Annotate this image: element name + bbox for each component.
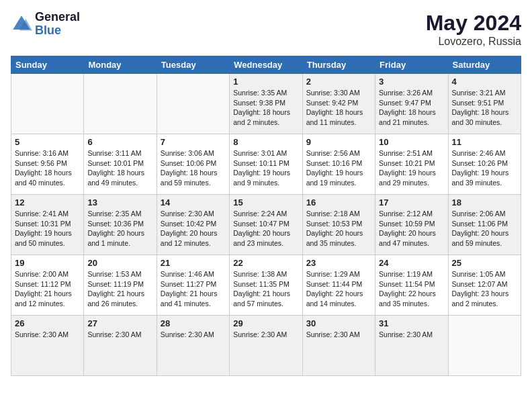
calendar-day-cell: 7Sunrise: 3:06 AM Sunset: 10:06 PM Dayli…	[157, 134, 229, 195]
day-of-week-header: Thursday	[302, 56, 375, 74]
day-info: Sunrise: 3:26 AM Sunset: 9:47 PM Dayligh…	[379, 88, 444, 128]
day-number: 16	[306, 197, 371, 208]
calendar-day-cell: 17Sunrise: 2:12 AM Sunset: 10:59 PM Dayl…	[375, 195, 448, 255]
day-info: Sunrise: 2:35 AM Sunset: 10:36 PM Daylig…	[87, 209, 152, 248]
day-info: Sunrise: 2:30 AM	[306, 330, 371, 340]
day-info: Sunrise: 1:05 AM Sunset: 12:07 AM Daylig…	[452, 269, 517, 309]
day-info: Sunrise: 2:30 AM	[15, 330, 80, 340]
day-info: Sunrise: 3:06 AM Sunset: 10:06 PM Daylig…	[161, 148, 226, 188]
calendar-day-cell: 12Sunrise: 2:41 AM Sunset: 10:31 PM Dayl…	[11, 195, 84, 255]
calendar-day-cell: 23Sunrise: 1:29 AM Sunset: 11:44 PM Dayl…	[302, 255, 375, 316]
calendar-day-cell: 2Sunrise: 3:30 AM Sunset: 9:42 PM Daylig…	[302, 74, 375, 134]
day-number: 9	[306, 137, 371, 147]
calendar-day-cell: 29Sunrise: 2:30 AM	[230, 316, 302, 376]
calendar-day-cell	[11, 74, 84, 134]
logo-text: General Blue	[35, 11, 80, 38]
calendar-day-cell: 24Sunrise: 1:19 AM Sunset: 11:54 PM Dayl…	[375, 255, 448, 316]
day-number: 4	[452, 77, 517, 87]
day-info: Sunrise: 2:06 AM Sunset: 11:06 PM Daylig…	[452, 209, 517, 248]
day-number: 22	[233, 258, 298, 268]
calendar-week-row: 19Sunrise: 2:00 AM Sunset: 11:12 PM Dayl…	[11, 255, 521, 316]
day-number: 10	[379, 137, 444, 147]
day-number: 21	[161, 258, 226, 268]
day-info: Sunrise: 3:11 AM Sunset: 10:01 PM Daylig…	[87, 148, 152, 188]
day-info: Sunrise: 3:30 AM Sunset: 9:42 PM Dayligh…	[306, 88, 371, 128]
calendar-day-cell: 14Sunrise: 2:30 AM Sunset: 10:42 PM Dayl…	[157, 195, 229, 255]
day-number: 18	[452, 197, 517, 208]
day-info: Sunrise: 2:41 AM Sunset: 10:31 PM Daylig…	[15, 209, 80, 248]
calendar-day-cell: 15Sunrise: 2:24 AM Sunset: 10:47 PM Dayl…	[230, 195, 302, 255]
day-number: 17	[379, 197, 444, 208]
calendar-header-row: SundayMondayTuesdayWednesdayThursdayFrid…	[11, 56, 521, 74]
day-info: Sunrise: 3:01 AM Sunset: 10:11 PM Daylig…	[233, 148, 298, 188]
day-number: 8	[233, 137, 298, 147]
day-number: 29	[233, 318, 298, 328]
day-number: 30	[306, 318, 371, 328]
day-info: Sunrise: 2:12 AM Sunset: 10:59 PM Daylig…	[379, 209, 444, 248]
day-info: Sunrise: 2:30 AM	[161, 330, 226, 340]
calendar-day-cell	[157, 74, 229, 134]
logo-blue: Blue	[35, 24, 80, 38]
day-number: 20	[87, 258, 152, 268]
day-of-week-header: Wednesday	[230, 56, 302, 74]
day-number: 25	[452, 258, 517, 268]
day-number: 11	[452, 137, 517, 147]
calendar-day-cell: 10Sunrise: 2:51 AM Sunset: 10:21 PM Dayl…	[375, 134, 448, 195]
calendar-day-cell: 9Sunrise: 2:56 AM Sunset: 10:16 PM Dayli…	[302, 134, 375, 195]
day-number: 1	[233, 77, 298, 87]
day-info: Sunrise: 2:30 AM Sunset: 10:42 PM Daylig…	[161, 209, 226, 248]
day-number: 26	[15, 318, 80, 328]
day-number: 3	[379, 77, 444, 87]
day-info: Sunrise: 2:51 AM Sunset: 10:21 PM Daylig…	[379, 148, 444, 188]
calendar-day-cell	[448, 316, 521, 376]
day-number: 23	[306, 258, 371, 268]
calendar-day-cell: 20Sunrise: 1:53 AM Sunset: 11:19 PM Dayl…	[84, 255, 157, 316]
calendar-day-cell: 11Sunrise: 2:46 AM Sunset: 10:26 PM Dayl…	[448, 134, 521, 195]
calendar-week-row: 1Sunrise: 3:35 AM Sunset: 9:38 PM Daylig…	[11, 74, 521, 134]
calendar-day-cell: 31Sunrise: 2:30 AM	[375, 316, 448, 376]
calendar-day-cell: 21Sunrise: 1:46 AM Sunset: 11:27 PM Dayl…	[157, 255, 229, 316]
calendar-day-cell: 22Sunrise: 1:38 AM Sunset: 11:35 PM Dayl…	[230, 255, 302, 316]
day-info: Sunrise: 2:46 AM Sunset: 10:26 PM Daylig…	[452, 148, 517, 188]
day-info: Sunrise: 1:46 AM Sunset: 11:27 PM Daylig…	[161, 269, 226, 309]
calendar-day-cell: 28Sunrise: 2:30 AM	[157, 316, 229, 376]
day-number: 15	[233, 197, 298, 208]
page-header: General Blue May 2024 Lovozero, Russia	[11, 11, 521, 48]
day-number: 28	[161, 318, 226, 328]
calendar-week-row: 26Sunrise: 2:30 AM27Sunrise: 2:30 AM28Su…	[11, 316, 521, 376]
logo-general: General	[35, 11, 80, 24]
day-info: Sunrise: 3:35 AM Sunset: 9:38 PM Dayligh…	[233, 88, 298, 128]
day-of-week-header: Friday	[375, 56, 448, 74]
day-number: 14	[161, 197, 226, 208]
day-info: Sunrise: 2:00 AM Sunset: 11:12 PM Daylig…	[15, 269, 80, 309]
calendar-day-cell: 6Sunrise: 3:11 AM Sunset: 10:01 PM Dayli…	[84, 134, 157, 195]
day-info: Sunrise: 2:18 AM Sunset: 10:53 PM Daylig…	[306, 209, 371, 248]
day-info: Sunrise: 1:19 AM Sunset: 11:54 PM Daylig…	[379, 269, 444, 309]
day-number: 7	[161, 137, 226, 147]
day-number: 5	[15, 137, 80, 147]
title-section: May 2024 Lovozero, Russia	[426, 11, 521, 48]
day-info: Sunrise: 3:16 AM Sunset: 9:56 PM Dayligh…	[15, 148, 80, 188]
month-year: May 2024	[426, 11, 521, 36]
calendar-day-cell: 1Sunrise: 3:35 AM Sunset: 9:38 PM Daylig…	[230, 74, 302, 134]
calendar-week-row: 5Sunrise: 3:16 AM Sunset: 9:56 PM Daylig…	[11, 134, 521, 195]
calendar-day-cell: 25Sunrise: 1:05 AM Sunset: 12:07 AM Dayl…	[448, 255, 521, 316]
day-info: Sunrise: 1:53 AM Sunset: 11:19 PM Daylig…	[87, 269, 152, 309]
day-info: Sunrise: 2:30 AM	[379, 330, 444, 340]
calendar-day-cell: 27Sunrise: 2:30 AM	[84, 316, 157, 376]
day-of-week-header: Tuesday	[157, 56, 229, 74]
day-number: 6	[87, 137, 152, 147]
day-of-week-header: Sunday	[11, 56, 84, 74]
day-info: Sunrise: 1:29 AM Sunset: 11:44 PM Daylig…	[306, 269, 371, 309]
calendar-day-cell: 4Sunrise: 3:21 AM Sunset: 9:51 PM Daylig…	[448, 74, 521, 134]
calendar-day-cell: 3Sunrise: 3:26 AM Sunset: 9:47 PM Daylig…	[375, 74, 448, 134]
calendar-day-cell: 26Sunrise: 2:30 AM	[11, 316, 84, 376]
calendar-day-cell: 5Sunrise: 3:16 AM Sunset: 9:56 PM Daylig…	[11, 134, 84, 195]
day-number: 24	[379, 258, 444, 268]
day-number: 19	[15, 258, 80, 268]
calendar-day-cell: 19Sunrise: 2:00 AM Sunset: 11:12 PM Dayl…	[11, 255, 84, 316]
day-number: 12	[15, 197, 80, 208]
day-of-week-header: Saturday	[448, 56, 521, 74]
day-number: 13	[87, 197, 152, 208]
logo-icon	[11, 13, 32, 35]
